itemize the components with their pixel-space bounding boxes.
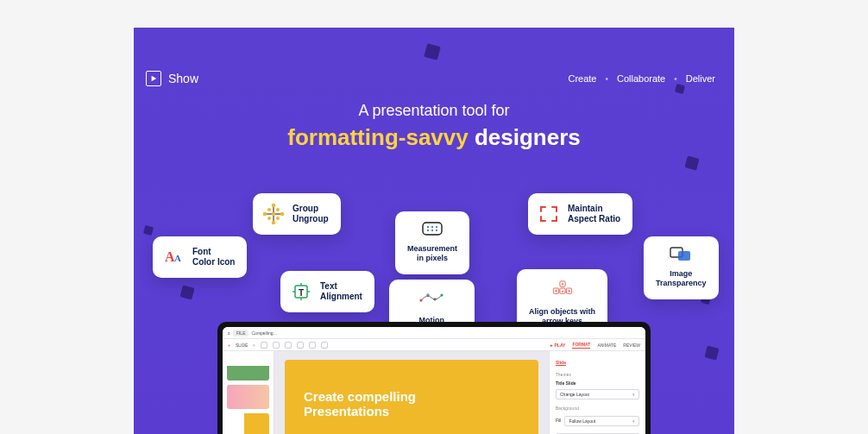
tab-format[interactable]: FORMAT bbox=[572, 342, 590, 349]
fill-dropdown[interactable]: Follow Layout▾ bbox=[564, 416, 639, 426]
top-nav: Create • Collaborate • Deliver bbox=[568, 73, 715, 84]
device-frame: ≡ FILE Compelling… + SLIDE ▾ ▸ PLAY FORM… bbox=[217, 322, 651, 434]
card-label: Measurement in pixels bbox=[407, 244, 457, 264]
svg-point-15 bbox=[431, 226, 433, 228]
brand-name: Show bbox=[168, 72, 198, 85]
feature-card-aspect[interactable]: Maintain Aspect Ratio bbox=[528, 193, 632, 235]
font-color-icon: A A bbox=[161, 245, 186, 269]
svg-text:A: A bbox=[174, 253, 181, 263]
svg-point-31 bbox=[441, 293, 443, 296]
svg-text:T: T bbox=[299, 288, 304, 298]
panel-tab-slide[interactable]: Slide bbox=[556, 360, 566, 366]
svg-point-6 bbox=[263, 212, 267, 217]
headline-line2: formatting-savvy designers bbox=[134, 124, 734, 151]
app-window: ≡ FILE Compelling… + SLIDE ▾ ▸ PLAY FORM… bbox=[223, 327, 645, 434]
card-label: Group Ungroup bbox=[292, 204, 329, 225]
slide-thumb[interactable] bbox=[227, 356, 269, 381]
change-layout-dropdown[interactable]: Change Layout▾ bbox=[556, 389, 639, 399]
leaf-graphic bbox=[443, 429, 504, 434]
app-body: Create compelling Presentations Slide Th… bbox=[223, 351, 645, 434]
group-nodes-icon bbox=[261, 202, 286, 226]
pixel-measure-icon bbox=[419, 220, 445, 237]
headline-accent: formatting-savvy bbox=[287, 124, 469, 150]
aspect-ratio-icon bbox=[537, 202, 561, 226]
tool-button[interactable] bbox=[309, 342, 316, 349]
app-titlebar: ≡ FILE Compelling… bbox=[223, 327, 645, 339]
play-button[interactable]: ▸ PLAY bbox=[550, 343, 565, 348]
tool-button[interactable] bbox=[285, 342, 292, 349]
panel-fill-label: Fill bbox=[556, 418, 561, 423]
tab-review[interactable]: REVIEW bbox=[623, 343, 640, 348]
svg-point-10 bbox=[276, 208, 280, 211]
decor-cube bbox=[704, 345, 719, 360]
svg-rect-21 bbox=[678, 251, 690, 261]
svg-point-4 bbox=[272, 204, 276, 208]
hero-canvas: Show Create • Collaborate • Deliver A pr… bbox=[134, 28, 734, 434]
feature-card-font-color[interactable]: A A Font Color Icon bbox=[153, 236, 247, 278]
svg-point-12 bbox=[276, 217, 280, 220]
slide-canvas[interactable]: Create compelling Presentations bbox=[274, 351, 549, 434]
card-label: Text Alignment bbox=[320, 281, 362, 303]
site-header: Show Create • Collaborate • Deliver bbox=[134, 71, 734, 86]
text-align-icon: T bbox=[289, 280, 313, 304]
slide-thumbnails bbox=[223, 351, 274, 434]
separator-dot: • bbox=[605, 74, 608, 84]
decor-cube bbox=[684, 155, 699, 170]
headline-tail: designers bbox=[475, 124, 581, 150]
slide-label[interactable]: SLIDE bbox=[236, 343, 248, 348]
brand-logo[interactable]: Show bbox=[146, 71, 198, 86]
tool-button[interactable] bbox=[297, 342, 304, 349]
svg-point-16 bbox=[436, 226, 437, 228]
panel-title-slide: Title Slide bbox=[556, 381, 639, 386]
feature-card-pixels[interactable]: Measurement in pixels bbox=[395, 211, 469, 274]
active-slide: Create compelling Presentations bbox=[285, 360, 538, 434]
nav-link-create[interactable]: Create bbox=[568, 73, 596, 84]
separator-dot: • bbox=[674, 74, 677, 84]
panel-label-themes: Themes bbox=[556, 373, 639, 377]
motion-path-icon bbox=[418, 286, 444, 309]
image-transparency-icon bbox=[668, 245, 694, 262]
svg-point-7 bbox=[280, 212, 285, 217]
tool-button[interactable] bbox=[261, 342, 267, 349]
card-label: Maintain Aspect Ratio bbox=[568, 204, 620, 225]
feature-card-image[interactable]: Image Transparency bbox=[644, 236, 719, 299]
card-label: Image Transparency bbox=[656, 269, 707, 289]
svg-point-5 bbox=[272, 221, 276, 225]
svg-point-19 bbox=[436, 230, 437, 231]
svg-point-18 bbox=[431, 230, 433, 231]
svg-point-8 bbox=[272, 212, 276, 217]
slide-title: Create compelling Presentations bbox=[304, 389, 538, 419]
panel-label-background: Background bbox=[556, 406, 639, 411]
tool-button[interactable] bbox=[273, 342, 280, 349]
slide-thumb[interactable] bbox=[227, 385, 269, 409]
add-slide-button[interactable]: + bbox=[228, 343, 230, 348]
svg-point-9 bbox=[267, 208, 271, 211]
svg-point-14 bbox=[427, 226, 429, 228]
tool-button[interactable] bbox=[321, 342, 328, 349]
svg-point-28 bbox=[420, 299, 423, 301]
app-toolbar: + SLIDE ▾ ▸ PLAY FORMAT ANIMATE REVIEW bbox=[223, 339, 645, 351]
arrow-keys-icon bbox=[550, 276, 576, 300]
tab-animate[interactable]: ANIMATE bbox=[597, 343, 616, 348]
slide-thumb[interactable] bbox=[227, 413, 269, 434]
headline-line1: A presentation tool for bbox=[134, 102, 734, 120]
file-menu[interactable]: FILE bbox=[233, 330, 249, 337]
feature-card-group[interactable]: Group Ungroup bbox=[253, 193, 341, 235]
svg-point-17 bbox=[427, 230, 429, 231]
svg-point-11 bbox=[267, 217, 271, 220]
svg-rect-13 bbox=[423, 223, 442, 235]
play-box-icon bbox=[146, 71, 161, 86]
decor-cube bbox=[179, 285, 194, 299]
feature-card-text-align[interactable]: T Text Alignment bbox=[280, 271, 374, 312]
nav-link-collaborate[interactable]: Collaborate bbox=[617, 73, 665, 84]
menu-icon[interactable]: ≡ bbox=[228, 330, 230, 336]
doc-title: Compelling… bbox=[251, 330, 277, 336]
headline: A presentation tool for formatting-savvy… bbox=[134, 102, 734, 151]
right-tabs: ▸ PLAY FORMAT ANIMATE REVIEW bbox=[550, 342, 640, 349]
nav-link-deliver[interactable]: Deliver bbox=[686, 73, 715, 84]
decor-cube bbox=[424, 43, 441, 60]
format-panel: Slide Themes Title Slide Change Layout▾ … bbox=[549, 351, 645, 434]
card-label: Font Color Icon bbox=[192, 247, 235, 268]
decor-cube bbox=[143, 225, 154, 236]
